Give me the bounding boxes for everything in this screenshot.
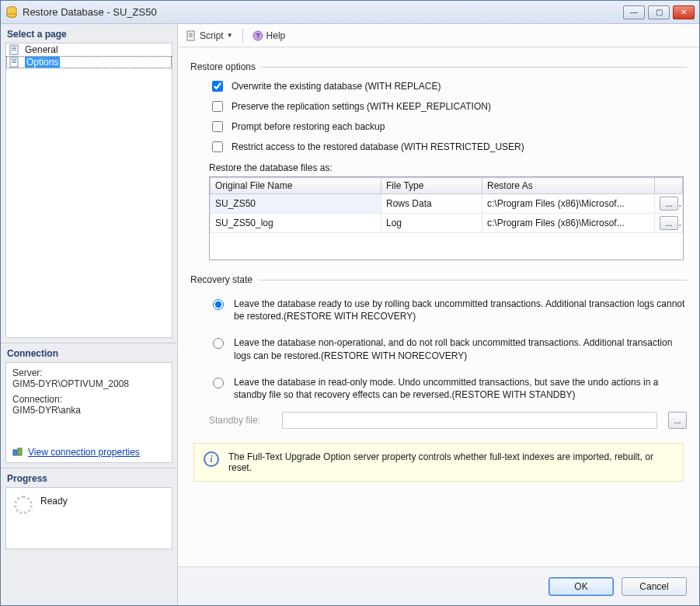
select-page-header: Select a page	[5, 27, 172, 43]
database-icon	[5, 6, 18, 19]
col-original-file-name[interactable]: Original File Name	[211, 178, 381, 194]
info-text: The Full-Text Upgrade Option server prop…	[228, 451, 674, 473]
script-icon	[186, 30, 197, 41]
restrict-checkbox-row[interactable]: Restrict access to the restored database…	[209, 139, 687, 155]
window-title: Restore Database - SU_ZS50	[23, 6, 623, 18]
cell-name: SU_ZS50	[211, 194, 381, 214]
view-connection-properties-link[interactable]: View connection properties	[12, 447, 165, 458]
connection-header: Connection	[5, 347, 172, 362]
script-dropdown[interactable]: Script ▼	[186, 30, 233, 41]
progress-status: Ready	[40, 496, 68, 507]
server-value: GIM5-DYR\OPTIVUM_2008	[12, 378, 165, 389]
restore-with-norecovery-label: Leave the database non-operational, and …	[234, 336, 687, 361]
connection-panel: Server: GIM5-DYR\OPTIVUM_2008 Connection…	[5, 362, 172, 463]
standby-file-label: Standby file:	[209, 415, 271, 426]
prompt-checkbox-row[interactable]: Prompt before restoring each backup	[209, 119, 687, 134]
page-item-label: Options	[25, 57, 60, 68]
dialog-footer: OK Cancel	[178, 566, 699, 605]
col-restore-as[interactable]: Restore As	[482, 178, 655, 194]
connection-label: Connection:	[12, 394, 165, 405]
page-icon	[9, 57, 20, 68]
separator	[242, 29, 243, 43]
overwrite-label: Overwrite the existing database (WITH RE…	[232, 81, 441, 92]
recovery-radio-row[interactable]: Leave the database ready to use by rolli…	[209, 298, 687, 322]
restrict-label: Restrict access to the restored database…	[232, 141, 524, 152]
ok-button[interactable]: OK	[549, 577, 614, 596]
spinner-icon	[14, 496, 33, 514]
restore-with-recovery-label: Leave the database ready to use by rolli…	[234, 298, 687, 322]
restore-database-dialog: Restore Database - SU_ZS50 — ▢ ✕ Select …	[0, 0, 700, 606]
standby-file-input[interactable]	[282, 412, 657, 429]
svg-rect-7	[12, 59, 16, 60]
progress-panel: Ready	[5, 487, 172, 549]
recovery-radio-row[interactable]: Leave the database non-operational, and …	[209, 336, 687, 361]
cell-type: Log	[381, 214, 482, 233]
preserve-label: Preserve the replication settings (WITH …	[232, 101, 491, 112]
close-button[interactable]: ✕	[673, 5, 695, 19]
page-icon	[9, 44, 20, 55]
svg-rect-12	[187, 31, 194, 40]
help-button[interactable]: ? Help	[252, 30, 286, 41]
recovery-radio-row[interactable]: Leave the database in read-only mode. Un…	[209, 376, 687, 401]
col-file-type[interactable]: File Type	[381, 178, 482, 194]
cell-name: SU_ZS50_log	[211, 214, 381, 233]
cell-type: Rows Data	[381, 194, 482, 214]
svg-rect-5	[12, 50, 16, 50]
info-banner: i The Full-Text Upgrade Option server pr…	[193, 443, 684, 482]
info-icon: i	[204, 451, 219, 467]
script-label: Script	[200, 30, 224, 41]
restore-files-grid[interactable]: Original File Name File Type Restore As …	[209, 176, 684, 260]
restore-files-label: Restore the database files as:	[190, 162, 687, 173]
recovery-state-label: Recovery state	[190, 274, 252, 285]
svg-rect-9	[12, 62, 16, 63]
browse-path-button[interactable]: ...	[660, 216, 678, 230]
col-browse	[655, 178, 683, 194]
page-list: General Options	[5, 43, 172, 338]
cell-path: c:\Program Files (x86)\Microsof...	[482, 194, 655, 214]
svg-text:?: ?	[256, 32, 260, 40]
svg-rect-4	[12, 48, 16, 49]
connection-value: GIM5-DYR\anka	[12, 405, 165, 416]
table-row[interactable]: SU_ZS50_log Log c:\Program Files (x86)\M…	[211, 214, 683, 233]
preserve-checkbox[interactable]	[212, 101, 223, 112]
browse-path-button[interactable]: ...	[660, 197, 678, 211]
overwrite-checkbox[interactable]	[212, 81, 223, 92]
svg-rect-11	[18, 448, 22, 455]
sidebar: Select a page General Options	[1, 24, 178, 605]
overwrite-checkbox-row[interactable]: Overwrite the existing database (WITH RE…	[209, 78, 687, 94]
titlebar: Restore Database - SU_ZS50 — ▢ ✕	[1, 1, 699, 24]
page-item-label: General	[25, 44, 58, 55]
svg-rect-8	[12, 61, 16, 61]
page-item-general[interactable]: General	[6, 44, 172, 56]
table-row[interactable]: SU_ZS50 Rows Data c:\Program Files (x86)…	[211, 194, 683, 214]
conn-link-label: View connection properties	[28, 447, 140, 458]
server-label: Server:	[12, 367, 165, 378]
restrict-checkbox[interactable]	[212, 141, 223, 152]
cancel-button[interactable]: Cancel	[622, 577, 687, 596]
window-buttons: — ▢ ✕	[623, 5, 695, 19]
restore-with-norecovery-radio[interactable]	[213, 338, 224, 349]
maximize-button[interactable]: ▢	[648, 5, 670, 19]
restore-with-standby-label: Leave the database in read-only mode. Un…	[234, 376, 687, 401]
prompt-checkbox[interactable]	[212, 121, 223, 132]
standby-file-row: Standby file: ...	[190, 412, 687, 429]
help-label: Help	[266, 30, 286, 41]
restore-options-group: Restore options	[190, 61, 687, 72]
properties-icon	[12, 447, 23, 458]
preserve-checkbox-row[interactable]: Preserve the replication settings (WITH …	[209, 99, 687, 114]
prompt-label: Prompt before restoring each backup	[232, 121, 385, 132]
cell-path: c:\Program Files (x86)\Microsof...	[482, 214, 655, 233]
help-icon: ?	[252, 30, 263, 41]
main-panel: Script ▼ ? Help Restore options	[178, 24, 699, 605]
progress-header: Progress	[5, 472, 172, 487]
restore-with-standby-radio[interactable]	[213, 378, 224, 388]
svg-rect-3	[12, 47, 16, 47]
minimize-button[interactable]: —	[623, 5, 645, 19]
restore-options-label: Restore options	[190, 61, 256, 72]
standby-browse-button[interactable]: ...	[668, 412, 687, 429]
toolbar: Script ▼ ? Help	[178, 24, 699, 47]
svg-rect-10	[13, 450, 17, 455]
recovery-state-group: Recovery state	[190, 274, 687, 285]
page-item-options[interactable]: Options	[6, 56, 172, 68]
restore-with-recovery-radio[interactable]	[213, 299, 224, 310]
